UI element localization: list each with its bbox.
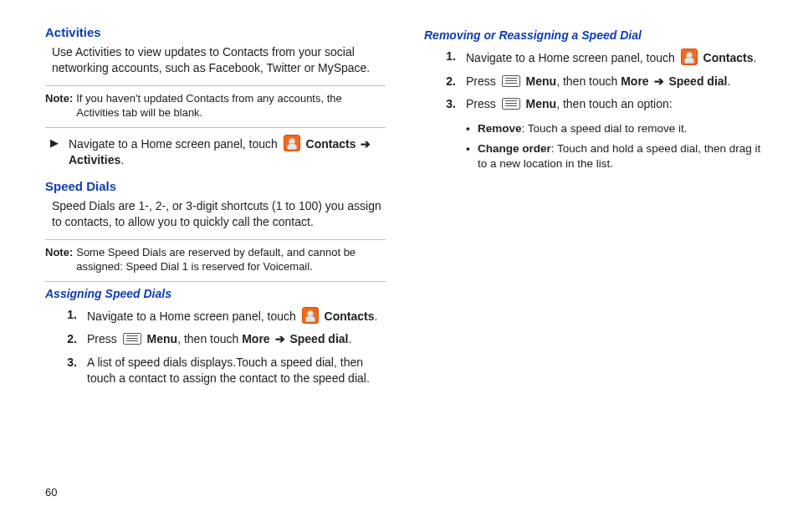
note-label: Note: bbox=[45, 91, 73, 120]
activities-body: Use Activities to view updates to Contac… bbox=[52, 44, 386, 77]
b1-text: : Touch a speed dial to remove it. bbox=[522, 122, 688, 135]
arrow-icon bbox=[652, 74, 666, 88]
speed-dials-heading: Speed Dials bbox=[45, 179, 386, 193]
contacts-icon bbox=[302, 307, 319, 324]
contacts-icon bbox=[284, 135, 300, 151]
activities-note: Note: If you haven't updated Contacts fr… bbox=[45, 91, 386, 120]
action-contacts: Contacts bbox=[306, 137, 356, 151]
step2-mid: , then touch bbox=[177, 332, 242, 345]
step-number: 1. bbox=[437, 49, 456, 67]
divider bbox=[45, 239, 386, 240]
r-step3-press: Press bbox=[466, 97, 499, 110]
divider bbox=[45, 85, 386, 86]
b2-label: Change order bbox=[478, 142, 551, 155]
bullet-text: Remove: Touch a speed dial to remove it. bbox=[478, 121, 687, 136]
menu-icon bbox=[502, 75, 520, 87]
speed-dials-note: Note: Some Speed Dials are reserved by d… bbox=[45, 245, 386, 274]
step1-pre: Navigate to a Home screen panel, touch bbox=[87, 309, 299, 323]
triangle-icon: ▶ bbox=[50, 136, 59, 169]
b1-label: Remove bbox=[478, 122, 522, 135]
step-number: 2. bbox=[59, 331, 77, 348]
step-number: 2. bbox=[437, 74, 456, 90]
assigning-steps: 1. Navigate to a Home screen panel, touc… bbox=[59, 307, 386, 387]
divider bbox=[45, 127, 386, 128]
action-pre: Navigate to a Home screen panel, touch bbox=[69, 137, 281, 151]
note-text: If you haven't updated Contacts from any… bbox=[76, 91, 386, 120]
note-label: Note: bbox=[45, 245, 73, 274]
activities-heading: Activities bbox=[45, 25, 386, 39]
right-column: Removing or Reassigning a Speed Dial 1. … bbox=[424, 23, 765, 396]
step-text: Press Menu, then touch More Speed dial. bbox=[466, 74, 765, 90]
list-item: 3. A list of speed dials displays.Touch … bbox=[59, 355, 386, 387]
step2-press: Press bbox=[87, 332, 120, 345]
page-number: 60 bbox=[45, 486, 57, 499]
step-text: Navigate to a Home screen panel, touch C… bbox=[87, 307, 386, 325]
r-step1-bold: Contacts bbox=[703, 51, 754, 64]
step1-period: . bbox=[375, 309, 378, 323]
list-item: 2. Press Menu, then touch More Speed dia… bbox=[59, 331, 386, 348]
r-step1-period: . bbox=[754, 51, 757, 64]
page-columns: Activities Use Activities to view update… bbox=[45, 23, 765, 396]
action-period: . bbox=[120, 153, 124, 166]
arrow-icon bbox=[274, 332, 287, 345]
arrow-icon bbox=[359, 137, 372, 151]
step-number: 3. bbox=[437, 96, 456, 113]
left-column: Activities Use Activities to view update… bbox=[45, 23, 386, 396]
list-item: Remove: Touch a speed dial to remove it. bbox=[466, 121, 765, 136]
step-text: Press Menu, then touch an option: bbox=[466, 96, 765, 113]
divider bbox=[45, 281, 386, 282]
removing-options: Remove: Touch a speed dial to remove it.… bbox=[466, 121, 765, 172]
activities-action: ▶ Navigate to a Home screen panel, touch… bbox=[50, 135, 386, 169]
step-number: 1. bbox=[59, 307, 77, 325]
r-step3-menu: Menu bbox=[526, 97, 557, 110]
r-step3-tail: , then touch an option: bbox=[556, 97, 673, 110]
step-text: Press Menu, then touch More Speed dial. bbox=[87, 331, 386, 348]
step2-more: More bbox=[242, 332, 269, 345]
r-step2-menu: Menu bbox=[526, 74, 557, 88]
step2-speed: Speed dial bbox=[289, 332, 348, 345]
list-item: Change order: Touch and hold a speed dia… bbox=[466, 141, 765, 171]
step-text: A list of speed dials displays.Touch a s… bbox=[87, 355, 386, 387]
list-item: 2. Press Menu, then touch More Speed dia… bbox=[437, 74, 765, 90]
menu-icon bbox=[123, 333, 141, 345]
list-item: 1. Navigate to a Home screen panel, touc… bbox=[59, 307, 386, 325]
r-step2-speed: Speed dial bbox=[668, 74, 727, 88]
r-step2-mid: , then touch bbox=[556, 74, 621, 88]
r-step2-period: . bbox=[727, 74, 730, 88]
action-text: Navigate to a Home screen panel, touch C… bbox=[69, 135, 386, 169]
assigning-heading: Assigning Speed Dials bbox=[45, 287, 386, 300]
r-step2-press: Press bbox=[466, 74, 499, 88]
note-text: Some Speed Dials are reserved by default… bbox=[76, 245, 386, 274]
step2-period: . bbox=[348, 332, 351, 345]
speed-dials-body: Speed Dials are 1-, 2-, or 3-digit short… bbox=[52, 198, 386, 231]
r-step2-more: More bbox=[621, 74, 648, 88]
bullet-text: Change order: Touch and hold a speed dia… bbox=[478, 141, 765, 171]
list-item: 3. Press Menu, then touch an option: bbox=[437, 96, 765, 113]
step2-menu: Menu bbox=[147, 332, 178, 345]
removing-steps: 1. Navigate to a Home screen panel, touc… bbox=[437, 49, 765, 113]
removing-heading: Removing or Reassigning a Speed Dial bbox=[424, 28, 765, 42]
r-step1-pre: Navigate to a Home screen panel, touch bbox=[466, 51, 678, 64]
list-item: 1. Navigate to a Home screen panel, touc… bbox=[437, 49, 765, 67]
step-number: 3. bbox=[59, 355, 77, 387]
action-activities: Activities bbox=[69, 153, 120, 166]
step-text: Navigate to a Home screen panel, touch C… bbox=[466, 49, 765, 67]
step1-bold: Contacts bbox=[325, 309, 375, 323]
menu-icon bbox=[502, 98, 520, 110]
contacts-icon bbox=[681, 49, 698, 65]
